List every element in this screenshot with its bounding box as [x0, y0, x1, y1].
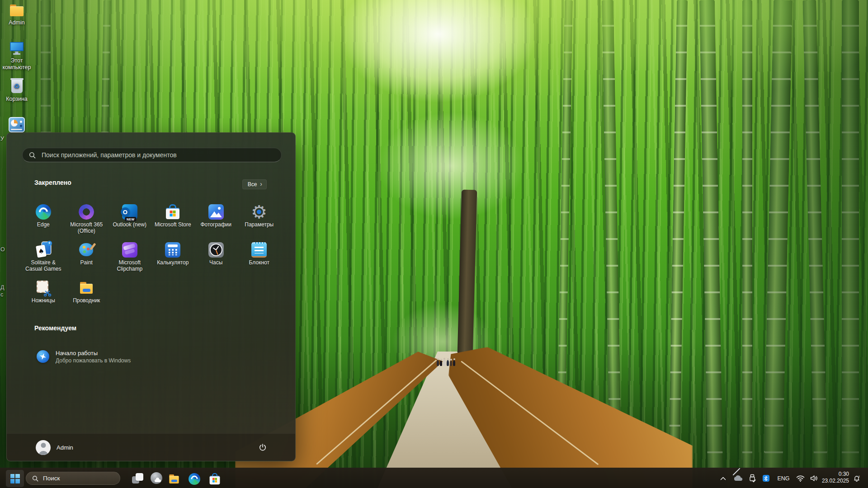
- people-silhouettes: [435, 352, 460, 367]
- search-icon: [32, 475, 38, 482]
- notification-center-button[interactable]: z: [851, 468, 863, 488]
- new-badge: NEW: [125, 217, 137, 221]
- pinned-app-label: Outlook (new): [108, 222, 151, 228]
- notification-bell-icon: z: [853, 474, 861, 483]
- desktop-icon-this-pc[interactable]: Этот компьютер: [1, 41, 33, 71]
- task-view-button[interactable]: [128, 469, 146, 487]
- folder-icon: [9, 3, 25, 18]
- pinned-app-calculator[interactable]: Калькулятор: [151, 239, 195, 277]
- chevron-right-icon: ›: [260, 181, 262, 187]
- power-button[interactable]: [254, 438, 272, 456]
- microsoft-store-icon: [165, 204, 180, 220]
- pinned-app-outlook[interactable]: O NEW Outlook (new): [108, 201, 151, 239]
- widgets-weather-icon: [151, 472, 162, 484]
- all-apps-label: Все: [248, 181, 257, 188]
- pinned-app-label: Калькулятор: [151, 260, 195, 266]
- pinned-app-clock[interactable]: Часы: [194, 239, 238, 277]
- recycle-bin-icon: ♻: [9, 79, 25, 94]
- pinned-app-label: Edge: [22, 222, 65, 228]
- clipped-desktop-label: с: [0, 291, 3, 298]
- pinned-app-photos[interactable]: Фотографии: [194, 201, 238, 239]
- recommended-subtitle: Добро пожаловать в Windows: [56, 357, 131, 364]
- pinned-app-edge[interactable]: Edge: [22, 201, 65, 239]
- search-input[interactable]: [41, 151, 275, 159]
- edge-icon: [189, 473, 200, 485]
- notepad-icon: [251, 242, 267, 258]
- tray-date: 23.02.2025: [807, 478, 849, 484]
- paint-icon: [79, 242, 94, 258]
- start-menu-search[interactable]: [22, 148, 282, 162]
- svg-text:z: z: [859, 474, 860, 478]
- photos-icon: [208, 204, 224, 220]
- chevron-up-icon: [720, 477, 726, 480]
- recommended-item-get-started[interactable]: Начало работы Добро пожаловать в Windows: [28, 343, 168, 370]
- user-avatar: [36, 440, 51, 455]
- file-explorer-icon: [168, 473, 180, 485]
- edge-icon: [36, 204, 51, 220]
- usb-safe-remove-icon: [749, 474, 756, 483]
- calculator-icon: [165, 242, 180, 258]
- hidden-icons-button[interactable]: [717, 468, 729, 488]
- usb-safe-remove-button[interactable]: [746, 468, 759, 488]
- clipped-desktop-label: У: [0, 136, 4, 142]
- pinned-app-label: Microsoft Clipchamp: [108, 260, 151, 272]
- start-menu-user-bar: Admin: [7, 433, 295, 461]
- desktop-icon-label: Этот компьютер: [1, 57, 33, 71]
- desktop-icon-admin[interactable]: Admin: [1, 3, 33, 26]
- pinned-app-label: Фотографии: [194, 222, 238, 228]
- pinned-app-paint[interactable]: Paint: [65, 239, 108, 277]
- language-indicator[interactable]: ENG: [774, 468, 793, 488]
- taskbar-microsoft-store[interactable]: [206, 469, 224, 487]
- windows-desktop: Admin Этот компьютер ♻ Корзина У О Д с З…: [0, 0, 868, 488]
- pinned-app-label: Ножницы: [22, 298, 65, 304]
- microsoft-365-icon: [76, 202, 97, 222]
- desktop-icon-recycle-bin[interactable]: ♻ Корзина: [1, 79, 33, 103]
- pinned-app-microsoft-365[interactable]: Microsoft 365 (Office): [65, 201, 108, 239]
- clock-tray-button[interactable]: 0:30 23.02.2025: [807, 468, 849, 488]
- pinned-app-label: Параметры: [238, 222, 281, 228]
- outlook-icon: O NEW: [122, 204, 137, 220]
- all-apps-button[interactable]: Все ›: [242, 179, 267, 189]
- pinned-app-label: Microsoft 365 (Office): [65, 222, 108, 234]
- pinned-app-snipping-tool[interactable]: Ножницы: [22, 277, 65, 314]
- pinned-app-label: Проводник: [65, 298, 108, 304]
- clipped-desktop-label: Д: [0, 284, 4, 291]
- clipped-desktop-label: О: [0, 246, 5, 253]
- start-menu: Закреплено Все › Edge Microsoft 365 (Off…: [6, 132, 296, 461]
- pinned-app-file-explorer[interactable]: Проводник: [65, 277, 108, 314]
- file-explorer-icon: [79, 280, 94, 296]
- pinned-app-notepad[interactable]: Блокнот: [238, 239, 281, 277]
- pinned-app-clipchamp[interactable]: Microsoft Clipchamp: [108, 239, 151, 277]
- pinned-app-solitaire[interactable]: ♠+ Solitaire & Casual Games: [22, 239, 65, 277]
- taskbar-edge[interactable]: [185, 469, 203, 487]
- widgets-button[interactable]: [147, 469, 165, 487]
- pinned-app-microsoft-store[interactable]: Microsoft Store: [151, 201, 195, 239]
- onedrive-tray-button[interactable]: [731, 468, 745, 488]
- taskbar-search-label: Поиск: [43, 475, 60, 482]
- taskbar-file-explorer[interactable]: [165, 469, 183, 487]
- user-name: Admin: [57, 444, 73, 451]
- start-button[interactable]: [6, 470, 24, 487]
- wifi-button[interactable]: [793, 468, 807, 488]
- recommended-section-header: Рекомендуем: [34, 324, 76, 332]
- search-icon: [29, 152, 36, 159]
- this-pc-icon: [9, 41, 25, 56]
- pinned-section-header: Закреплено: [34, 179, 71, 186]
- desktop-icon-label: Admin: [1, 19, 33, 26]
- pinned-app-settings[interactable]: Параметры: [238, 201, 281, 239]
- recommended-title: Начало работы: [56, 349, 131, 357]
- solitaire-icon: ♠+: [36, 242, 51, 258]
- bluetooth-icon: [763, 475, 769, 482]
- windows-logo-icon: [10, 474, 20, 483]
- desktop-icon-control-panel[interactable]: [1, 117, 33, 134]
- pinned-app-label: Paint: [65, 260, 108, 266]
- pinned-app-label: Часы: [194, 260, 238, 266]
- taskbar-search[interactable]: Поиск: [26, 472, 120, 485]
- task-view-icon: [132, 473, 143, 483]
- desktop-icon-label: Корзина: [1, 96, 33, 103]
- bluetooth-tray-button[interactable]: [760, 468, 772, 488]
- pinned-app-label: Блокнот: [238, 260, 281, 266]
- user-profile-button[interactable]: Admin: [29, 437, 80, 458]
- snipping-tool-icon: [36, 280, 51, 296]
- tray-time: 0:30: [807, 471, 849, 478]
